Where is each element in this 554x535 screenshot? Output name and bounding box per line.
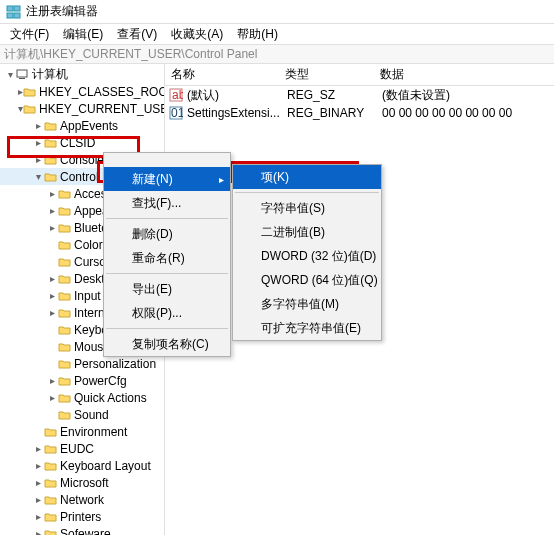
twist-icon[interactable]: ▸ [32, 460, 44, 471]
value-row[interactable]: ab (默认) REG_SZ (数值未设置) [165, 86, 554, 104]
columns-header: 名称 类型 数据 [165, 64, 554, 86]
tree-label: Sound [74, 408, 109, 422]
tree-powercfg[interactable]: ▸PowerCfg [0, 372, 164, 389]
ctx-rename[interactable]: 重命名(R) [104, 246, 230, 270]
ctx-copykeyname[interactable]: 复制项名称(C) [104, 332, 230, 356]
tree-root[interactable]: ▾计算机 [0, 66, 164, 83]
tree-label: PowerCfg [74, 374, 127, 388]
twist-icon[interactable]: ▸ [32, 443, 44, 454]
tree-quickactions[interactable]: ▸Quick Actions [0, 389, 164, 406]
twist-icon[interactable]: ▸ [46, 188, 58, 199]
folder-icon [44, 137, 58, 149]
ctx-find[interactable]: 查找(F)... [104, 191, 230, 215]
value-row[interactable]: 011 SettingsExtensi... REG_BINARY 00 00 … [165, 104, 554, 122]
twist-icon[interactable]: ▸ [32, 494, 44, 505]
twist-icon[interactable]: ▸ [46, 307, 58, 318]
tree-sofeware[interactable]: ▸Sofeware [0, 525, 164, 535]
tree-printers[interactable]: ▸Printers [0, 508, 164, 525]
ctx-delete[interactable]: 删除(D) [104, 222, 230, 246]
tree-personalization[interactable]: Personalization [0, 355, 164, 372]
tree-environment[interactable]: Environment [0, 423, 164, 440]
twist-icon[interactable]: ▸ [46, 222, 58, 233]
folder-icon [58, 188, 72, 200]
ctx-label: 复制项名称(C) [132, 336, 209, 353]
ctx-label: DWORD (32 位)值(D) [261, 248, 376, 265]
tree-appevents[interactable]: ▸AppEvents [0, 117, 164, 134]
col-type[interactable]: 类型 [285, 66, 380, 83]
folder-icon [58, 222, 72, 234]
ctx-label: 删除(D) [132, 226, 173, 243]
ctx-qword[interactable]: QWORD (64 位)值(Q) [233, 268, 381, 292]
twist-icon[interactable]: ▸ [32, 154, 44, 165]
tree-sound[interactable]: Sound [0, 406, 164, 423]
tree-clsid[interactable]: ▸CLSID [0, 134, 164, 151]
svg-rect-2 [7, 13, 13, 18]
pathbar[interactable]: 计算机\HKEY_CURRENT_USER\Control Panel [0, 44, 554, 64]
ctx-label: 查找(F)... [132, 195, 181, 212]
twist-icon[interactable]: ▾ [4, 69, 16, 80]
tree-keyboardlayout[interactable]: ▸Keyboard Layout [0, 457, 164, 474]
folder-icon [58, 205, 72, 217]
twist-icon[interactable]: ▸ [46, 273, 58, 284]
tree-label: Quick Actions [74, 391, 147, 405]
ctx-new[interactable]: 新建(N)▸ [104, 167, 230, 191]
folder-icon [58, 239, 72, 251]
twist-icon[interactable]: ▾ [32, 171, 44, 182]
path-text: 计算机\HKEY_CURRENT_USER\Control Panel [4, 46, 257, 63]
tree-label: Keyboard Layout [60, 459, 151, 473]
menu-view[interactable]: 查看(V) [111, 24, 163, 45]
folder-icon [44, 426, 58, 438]
tree-hkcu[interactable]: ▾HKEY_CURRENT_USER [0, 100, 164, 117]
ctx-key[interactable]: 项(K) [233, 165, 381, 189]
value-type: REG_SZ [287, 88, 382, 102]
ctx-binary[interactable]: 二进制值(B) [233, 220, 381, 244]
separator [106, 273, 228, 274]
menu-edit[interactable]: 编辑(E) [57, 24, 109, 45]
titlebar: 注册表编辑器 [0, 0, 554, 24]
twist-icon[interactable]: ▸ [32, 120, 44, 131]
tree-microsoft[interactable]: ▸Microsoft [0, 474, 164, 491]
value-data: 00 00 00 00 00 00 00 00 [382, 106, 554, 120]
twist-icon[interactable]: ▸ [32, 511, 44, 522]
tree-eudc[interactable]: ▸EUDC [0, 440, 164, 457]
ctx-string[interactable]: 字符串值(S) [233, 196, 381, 220]
ctx-label: QWORD (64 位)值(Q) [261, 272, 378, 289]
folder-icon [58, 392, 72, 404]
folder-icon [23, 86, 37, 98]
svg-text:011: 011 [171, 106, 183, 120]
menu-favorites[interactable]: 收藏夹(A) [165, 24, 229, 45]
ctx-dword[interactable]: DWORD (32 位)值(D) [233, 244, 381, 268]
tree-label: HKEY_CLASSES_ROOT [39, 85, 165, 99]
tree-label: AppEvents [60, 119, 118, 133]
tree-hkcr[interactable]: ▸HKEY_CLASSES_ROOT [0, 83, 164, 100]
twist-icon[interactable]: ▸ [46, 205, 58, 216]
folder-icon [44, 511, 58, 523]
twist-icon[interactable]: ▸ [46, 392, 58, 403]
ctx-permissions[interactable]: 权限(P)... [104, 301, 230, 325]
ctx-multistring[interactable]: 多字符串值(M) [233, 292, 381, 316]
svg-rect-4 [17, 70, 27, 77]
menubar: 文件(F) 编辑(E) 查看(V) 收藏夹(A) 帮助(H) [0, 24, 554, 44]
twist-icon[interactable]: ▸ [46, 375, 58, 386]
twist-icon[interactable]: ▸ [32, 528, 44, 535]
tree-label: Printers [60, 510, 101, 524]
folder-icon [44, 154, 58, 166]
menu-help[interactable]: 帮助(H) [231, 24, 284, 45]
ctx-expandstring[interactable]: 可扩充字符串值(E) [233, 316, 381, 340]
col-name[interactable]: 名称 [165, 66, 285, 83]
tree-label: EUDC [60, 442, 94, 456]
ctx-label: 权限(P)... [132, 305, 182, 322]
twist-icon[interactable]: ▸ [32, 477, 44, 488]
menu-file[interactable]: 文件(F) [4, 24, 55, 45]
twist-icon[interactable]: ▸ [32, 137, 44, 148]
tree-network[interactable]: ▸Network [0, 491, 164, 508]
folder-icon [58, 256, 72, 268]
folder-icon [44, 460, 58, 472]
twist-icon[interactable]: ▸ [46, 290, 58, 301]
col-data[interactable]: 数据 [380, 66, 554, 83]
binary-value-icon: 011 [169, 106, 185, 120]
tree-label: Network [60, 493, 104, 507]
svg-rect-3 [14, 13, 20, 18]
ctx-export[interactable]: 导出(E) [104, 277, 230, 301]
folder-icon [58, 273, 72, 285]
